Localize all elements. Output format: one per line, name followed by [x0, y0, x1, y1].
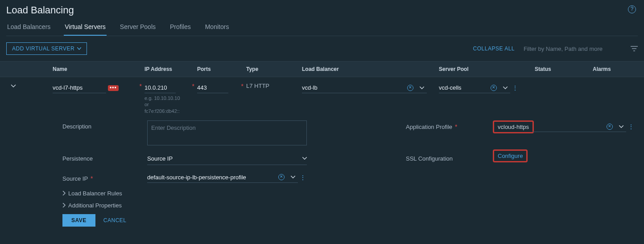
tab-load-balancers[interactable]: Load Balancers: [6, 21, 51, 36]
ssl-configure-link[interactable]: Configure: [498, 153, 523, 159]
required-mark: *: [452, 123, 460, 130]
virtual-servers-table: Name IP Address Ports Type Load Balancer…: [0, 61, 644, 233]
col-alarms[interactable]: Alarms: [593, 66, 638, 72]
row-details: Description Application Profile* vcloud-…: [0, 116, 644, 233]
collapse-all-button[interactable]: COLLAPSE ALL: [473, 45, 515, 52]
col-pool[interactable]: Server Pool: [439, 66, 535, 72]
ssl-config-label: SSL Configuration: [406, 153, 493, 162]
source-ip-label: Source IP: [62, 175, 88, 182]
tab-server-pools[interactable]: Server Pools: [119, 21, 157, 36]
lb-rules-label: Load Balancer Rules: [68, 190, 122, 197]
clear-pool-icon[interactable]: ✕: [491, 85, 497, 91]
clear-app-profile-icon[interactable]: ✕: [607, 124, 613, 130]
tab-virtual-servers[interactable]: Virtual Servers: [64, 21, 107, 36]
filter-icon[interactable]: [631, 46, 638, 51]
save-button[interactable]: SAVE: [62, 214, 95, 227]
load-balancer-value: vcd-lb: [302, 84, 404, 91]
type-value: L7 HTTP: [246, 83, 302, 89]
expand-row-chevron-icon[interactable]: [6, 83, 21, 88]
table-row: ••• * * e.g. 10.10.10.10 or fc7e:f206:db…: [0, 77, 644, 116]
name-input[interactable]: [53, 83, 106, 93]
ip-hint: e.g. 10.10.10.10 or fc7e:f206:db42::: [144, 95, 182, 114]
add-virtual-server-button[interactable]: ADD VIRTUAL SERVER: [6, 42, 87, 55]
persistence-select[interactable]: Source IP: [147, 153, 307, 165]
additional-props-label: Additional Properties: [68, 202, 122, 209]
persistence-value: Source IP: [147, 155, 173, 162]
page-title: Load Balancing: [6, 4, 638, 16]
chevron-right-icon: [62, 203, 66, 207]
app-profile-more-icon[interactable]: ⋮: [626, 126, 636, 128]
ip-address-input[interactable]: [144, 83, 176, 93]
tab-profiles[interactable]: Profiles: [169, 21, 192, 36]
lb-rules-toggle[interactable]: Load Balancer Rules: [62, 190, 638, 197]
tabs: Load Balancers Virtual Servers Server Po…: [6, 16, 638, 36]
pool-dropdown-icon[interactable]: [500, 87, 510, 89]
col-ports[interactable]: Ports: [197, 66, 246, 72]
app-profile-highlight: vcloud-https: [493, 120, 534, 133]
filter-input[interactable]: [524, 44, 622, 54]
col-name[interactable]: Name: [53, 66, 144, 72]
col-status[interactable]: Status: [535, 66, 593, 72]
app-profile-value: vcloud-https: [498, 124, 529, 130]
table-header: Name IP Address Ports Type Load Balancer…: [0, 61, 644, 77]
required-mark: *: [239, 83, 246, 90]
pool-more-icon[interactable]: ⋮: [510, 87, 520, 89]
description-textarea[interactable]: [147, 120, 307, 145]
clear-lb-icon[interactable]: ✕: [407, 85, 413, 91]
required-mark: *: [137, 83, 144, 90]
chevron-down-icon: [302, 157, 307, 160]
server-pool-value: vcd-cells: [439, 84, 487, 91]
tags-indicator-icon[interactable]: •••: [108, 85, 119, 91]
chevron-down-icon: [77, 47, 81, 50]
col-ip[interactable]: IP Address: [144, 66, 197, 72]
source-ip-value: default-source-ip-lb-persistence-profile: [147, 174, 275, 181]
additional-props-toggle[interactable]: Additional Properties: [62, 202, 638, 209]
col-type[interactable]: Type: [246, 66, 302, 72]
col-lb[interactable]: Load Balancer: [302, 66, 439, 72]
app-profile-label: Application Profile: [406, 124, 452, 130]
required-mark: *: [88, 175, 95, 182]
app-profile-dropdown-icon[interactable]: [616, 125, 626, 128]
chevron-right-icon: [62, 191, 66, 195]
source-ip-more-icon[interactable]: ⋮: [298, 177, 308, 178]
cancel-button[interactable]: CANCEL: [103, 217, 127, 223]
persistence-label: Persistence: [62, 153, 147, 162]
required-mark: *: [190, 83, 197, 90]
help-icon[interactable]: ?: [628, 5, 636, 13]
add-button-label: ADD VIRTUAL SERVER: [12, 45, 74, 52]
ports-input[interactable]: [197, 83, 228, 93]
clear-source-ip-icon[interactable]: ✕: [278, 174, 285, 180]
lb-dropdown-icon[interactable]: [417, 87, 427, 89]
source-ip-dropdown-icon[interactable]: [288, 176, 298, 178]
tab-monitors[interactable]: Monitors: [204, 21, 230, 36]
description-label: Description: [62, 120, 147, 130]
ssl-configure-highlight: Configure: [493, 149, 528, 162]
